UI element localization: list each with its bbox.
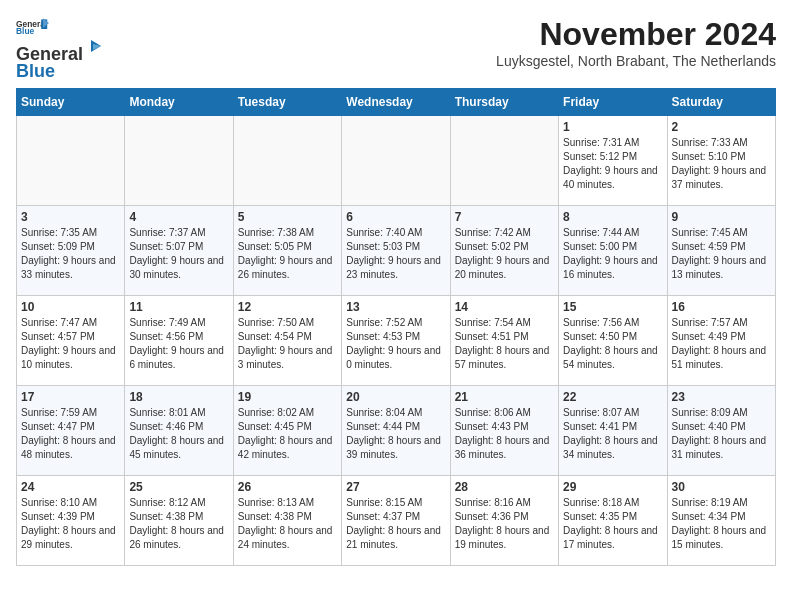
day-info-line: Sunset: 4:49 PM — [672, 331, 746, 342]
col-header-saturday: Saturday — [667, 89, 775, 116]
day-number: 3 — [21, 210, 120, 224]
day-info-line: Sunset: 4:39 PM — [21, 511, 95, 522]
calendar-cell: 19Sunrise: 8:02 AMSunset: 4:45 PMDayligh… — [233, 386, 341, 476]
calendar-cell: 3Sunrise: 7:35 AMSunset: 5:09 PMDaylight… — [17, 206, 125, 296]
day-number: 5 — [238, 210, 337, 224]
day-info-line: Daylight: 9 hours and 16 minutes. — [563, 255, 658, 280]
day-info-line: Sunset: 4:46 PM — [129, 421, 203, 432]
day-info: Sunrise: 7:47 AMSunset: 4:57 PMDaylight:… — [21, 316, 120, 372]
location: Luyksgestel, North Brabant, The Netherla… — [496, 53, 776, 69]
day-info-line: Sunset: 5:10 PM — [672, 151, 746, 162]
calendar-cell — [17, 116, 125, 206]
col-header-sunday: Sunday — [17, 89, 125, 116]
day-info-line: Sunrise: 8:16 AM — [455, 497, 531, 508]
calendar-table: SundayMondayTuesdayWednesdayThursdayFrid… — [16, 88, 776, 566]
day-info-line: Sunset: 4:43 PM — [455, 421, 529, 432]
calendar-cell: 11Sunrise: 7:49 AMSunset: 4:56 PMDayligh… — [125, 296, 233, 386]
day-info: Sunrise: 7:45 AMSunset: 4:59 PMDaylight:… — [672, 226, 771, 282]
week-row-5: 24Sunrise: 8:10 AMSunset: 4:39 PMDayligh… — [17, 476, 776, 566]
day-info-line: Daylight: 8 hours and 29 minutes. — [21, 525, 116, 550]
day-info: Sunrise: 7:59 AMSunset: 4:47 PMDaylight:… — [21, 406, 120, 462]
day-info-line: Daylight: 8 hours and 48 minutes. — [21, 435, 116, 460]
day-info: Sunrise: 7:33 AMSunset: 5:10 PMDaylight:… — [672, 136, 771, 192]
day-info-line: Daylight: 8 hours and 51 minutes. — [672, 345, 767, 370]
calendar-cell: 30Sunrise: 8:19 AMSunset: 4:34 PMDayligh… — [667, 476, 775, 566]
day-info-line: Sunrise: 8:12 AM — [129, 497, 205, 508]
day-info-line: Daylight: 9 hours and 3 minutes. — [238, 345, 333, 370]
day-info-line: Sunset: 4:51 PM — [455, 331, 529, 342]
calendar-cell: 24Sunrise: 8:10 AMSunset: 4:39 PMDayligh… — [17, 476, 125, 566]
day-info: Sunrise: 7:49 AMSunset: 4:56 PMDaylight:… — [129, 316, 228, 372]
day-info-line: Sunset: 4:53 PM — [346, 331, 420, 342]
day-info-line: Daylight: 8 hours and 34 minutes. — [563, 435, 658, 460]
day-info-line: Sunset: 4:45 PM — [238, 421, 312, 432]
day-info-line: Sunset: 4:54 PM — [238, 331, 312, 342]
calendar-cell: 17Sunrise: 7:59 AMSunset: 4:47 PMDayligh… — [17, 386, 125, 476]
calendar-cell: 22Sunrise: 8:07 AMSunset: 4:41 PMDayligh… — [559, 386, 667, 476]
day-info-line: Sunrise: 7:31 AM — [563, 137, 639, 148]
day-info-line: Sunrise: 8:02 AM — [238, 407, 314, 418]
day-info-line: Sunrise: 7:56 AM — [563, 317, 639, 328]
day-info-line: Daylight: 8 hours and 36 minutes. — [455, 435, 550, 460]
week-row-1: 1Sunrise: 7:31 AMSunset: 5:12 PMDaylight… — [17, 116, 776, 206]
day-info-line: Sunset: 4:34 PM — [672, 511, 746, 522]
day-number: 30 — [672, 480, 771, 494]
day-number: 6 — [346, 210, 445, 224]
calendar-cell: 25Sunrise: 8:12 AMSunset: 4:38 PMDayligh… — [125, 476, 233, 566]
day-info-line: Daylight: 9 hours and 30 minutes. — [129, 255, 224, 280]
week-row-3: 10Sunrise: 7:47 AMSunset: 4:57 PMDayligh… — [17, 296, 776, 386]
day-info-line: Daylight: 9 hours and 26 minutes. — [238, 255, 333, 280]
day-info-line: Sunset: 5:12 PM — [563, 151, 637, 162]
day-info-line: Daylight: 9 hours and 40 minutes. — [563, 165, 658, 190]
day-info-line: Sunset: 5:03 PM — [346, 241, 420, 252]
day-info-line: Daylight: 8 hours and 45 minutes. — [129, 435, 224, 460]
logo-flag-icon — [83, 38, 105, 60]
day-info: Sunrise: 7:38 AMSunset: 5:05 PMDaylight:… — [238, 226, 337, 282]
day-info: Sunrise: 7:35 AMSunset: 5:09 PMDaylight:… — [21, 226, 120, 282]
day-info-line: Sunrise: 8:18 AM — [563, 497, 639, 508]
day-info-line: Daylight: 8 hours and 54 minutes. — [563, 345, 658, 370]
header-row: SundayMondayTuesdayWednesdayThursdayFrid… — [17, 89, 776, 116]
day-number: 2 — [672, 120, 771, 134]
day-info-line: Daylight: 8 hours and 24 minutes. — [238, 525, 333, 550]
calendar-cell — [125, 116, 233, 206]
day-info: Sunrise: 8:10 AMSunset: 4:39 PMDaylight:… — [21, 496, 120, 552]
day-info: Sunrise: 7:37 AMSunset: 5:07 PMDaylight:… — [129, 226, 228, 282]
day-info-line: Sunrise: 7:49 AM — [129, 317, 205, 328]
day-number: 28 — [455, 480, 554, 494]
col-header-monday: Monday — [125, 89, 233, 116]
day-info-line: Sunrise: 8:10 AM — [21, 497, 97, 508]
calendar-cell: 10Sunrise: 7:47 AMSunset: 4:57 PMDayligh… — [17, 296, 125, 386]
calendar-cell — [450, 116, 558, 206]
day-info-line: Sunset: 4:41 PM — [563, 421, 637, 432]
calendar-cell: 18Sunrise: 8:01 AMSunset: 4:46 PMDayligh… — [125, 386, 233, 476]
day-number: 21 — [455, 390, 554, 404]
day-info-line: Sunrise: 7:37 AM — [129, 227, 205, 238]
day-info-line: Sunrise: 7:45 AM — [672, 227, 748, 238]
day-info-line: Sunrise: 7:50 AM — [238, 317, 314, 328]
day-info-line: Sunrise: 8:01 AM — [129, 407, 205, 418]
day-number: 12 — [238, 300, 337, 314]
day-number: 27 — [346, 480, 445, 494]
logo-svg: General Blue — [16, 16, 52, 36]
week-row-2: 3Sunrise: 7:35 AMSunset: 5:09 PMDaylight… — [17, 206, 776, 296]
calendar-cell: 8Sunrise: 7:44 AMSunset: 5:00 PMDaylight… — [559, 206, 667, 296]
day-info-line: Sunset: 4:35 PM — [563, 511, 637, 522]
day-info: Sunrise: 8:09 AMSunset: 4:40 PMDaylight:… — [672, 406, 771, 462]
day-info-line: Sunrise: 8:13 AM — [238, 497, 314, 508]
day-info-line: Sunrise: 8:07 AM — [563, 407, 639, 418]
calendar-cell: 15Sunrise: 7:56 AMSunset: 4:50 PMDayligh… — [559, 296, 667, 386]
day-info: Sunrise: 8:15 AMSunset: 4:37 PMDaylight:… — [346, 496, 445, 552]
day-info: Sunrise: 7:44 AMSunset: 5:00 PMDaylight:… — [563, 226, 662, 282]
day-info: Sunrise: 8:02 AMSunset: 4:45 PMDaylight:… — [238, 406, 337, 462]
calendar-cell: 4Sunrise: 7:37 AMSunset: 5:07 PMDaylight… — [125, 206, 233, 296]
day-info-line: Daylight: 9 hours and 10 minutes. — [21, 345, 116, 370]
day-info-line: Sunset: 5:05 PM — [238, 241, 312, 252]
day-info-line: Daylight: 8 hours and 17 minutes. — [563, 525, 658, 550]
day-info-line: Sunrise: 8:19 AM — [672, 497, 748, 508]
svg-text:Blue: Blue — [16, 26, 35, 36]
day-info-line: Sunset: 4:57 PM — [21, 331, 95, 342]
calendar-cell — [233, 116, 341, 206]
day-info-line: Sunrise: 7:57 AM — [672, 317, 748, 328]
day-info: Sunrise: 8:13 AMSunset: 4:38 PMDaylight:… — [238, 496, 337, 552]
